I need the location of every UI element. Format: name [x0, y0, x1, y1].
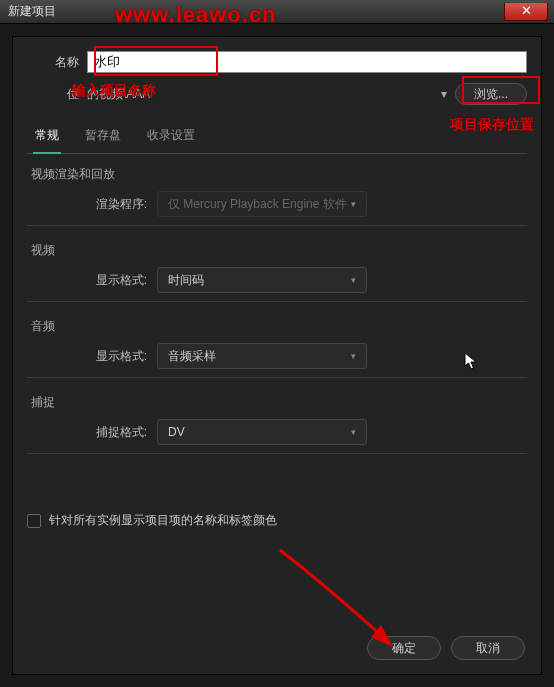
- audio-format-value: 音频采样: [168, 348, 216, 365]
- annotation-name-hint: 输入项目名称: [72, 82, 156, 100]
- chevron-down-icon: ▾: [351, 275, 356, 285]
- window-title: 新建项目: [8, 3, 56, 20]
- divider: [27, 453, 527, 454]
- tab-ingest[interactable]: 收录设置: [145, 121, 197, 153]
- close-button[interactable]: ✕: [504, 3, 548, 21]
- section-audio: 音频 显示格式: 音频采样 ▾: [27, 318, 527, 378]
- section-render: 视频渲染和回放 渲染程序: 仅 Mercury Playback Engine …: [27, 166, 527, 226]
- divider: [27, 225, 527, 226]
- ok-button[interactable]: 确定: [367, 636, 441, 660]
- audio-format-dropdown[interactable]: 音频采样 ▾: [157, 343, 367, 369]
- chevron-down-icon: ▾: [351, 199, 356, 209]
- name-input[interactable]: [87, 51, 527, 73]
- section-audio-title: 音频: [31, 318, 527, 335]
- show-names-checkbox[interactable]: [27, 514, 41, 528]
- section-video: 视频 显示格式: 时间码 ▾: [27, 242, 527, 302]
- watermark-text: www.leawo.cn: [115, 2, 277, 28]
- renderer-dropdown: 仅 Mercury Playback Engine 软件 ▾: [157, 191, 367, 217]
- footer: 确定 取消: [367, 636, 525, 660]
- section-capture: 捕捉 捕捉格式: DV ▾: [27, 394, 527, 454]
- capture-format-value: DV: [168, 425, 185, 439]
- chevron-down-icon: ▾: [351, 427, 356, 437]
- divider: [27, 377, 527, 378]
- name-label: 名称: [27, 54, 79, 71]
- name-row: 名称: [27, 51, 527, 73]
- video-format-dropdown[interactable]: 时间码 ▾: [157, 267, 367, 293]
- section-video-title: 视频: [31, 242, 527, 259]
- capture-format-dropdown[interactable]: DV ▾: [157, 419, 367, 445]
- tab-general[interactable]: 常规: [33, 121, 61, 154]
- renderer-value: 仅 Mercury Playback Engine 软件: [168, 196, 347, 213]
- chevron-down-icon[interactable]: ▾: [441, 87, 447, 101]
- capture-format-label: 捕捉格式:: [27, 424, 157, 441]
- video-format-value: 时间码: [168, 272, 204, 289]
- cancel-button[interactable]: 取消: [451, 636, 525, 660]
- titlebar: 新建项目 ✕: [0, 0, 554, 24]
- tab-scratch[interactable]: 暂存盘: [83, 121, 123, 153]
- video-format-label: 显示格式:: [27, 272, 157, 289]
- divider: [27, 301, 527, 302]
- browse-button[interactable]: 浏览...: [455, 83, 527, 105]
- section-capture-title: 捕捉: [31, 394, 527, 411]
- checkbox-row: 针对所有实例显示项目项的名称和标签颜色: [27, 512, 527, 529]
- audio-format-label: 显示格式:: [27, 348, 157, 365]
- section-render-title: 视频渲染和回放: [31, 166, 527, 183]
- annotation-save-hint: 项目保存位置: [450, 116, 534, 134]
- chevron-down-icon: ▾: [351, 351, 356, 361]
- checkbox-label: 针对所有实例显示项目项的名称和标签颜色: [49, 512, 277, 529]
- renderer-label: 渲染程序:: [27, 196, 157, 213]
